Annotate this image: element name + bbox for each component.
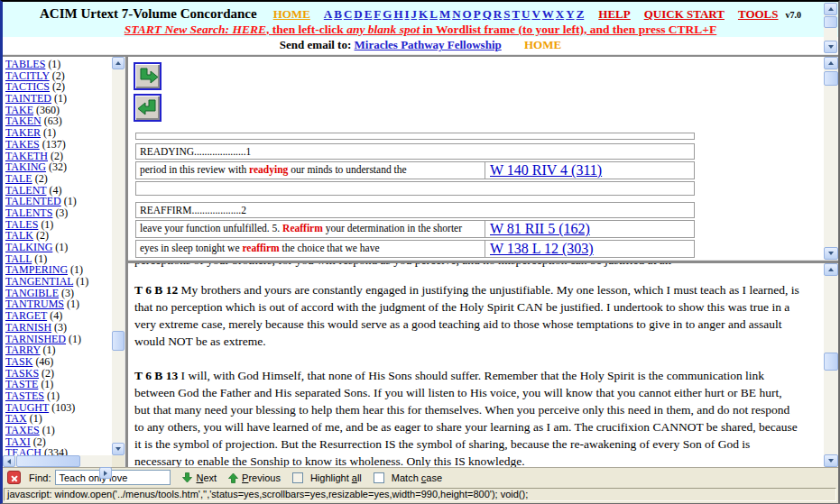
page-title: ACIM Urtext 7-Volume Concordance [40,6,257,21]
passages: T 6 B 12 My brothers and yours are const… [134,281,800,467]
letter-link-O[interactable]: O [463,7,472,21]
concordance-scrollbar[interactable] [824,57,838,260]
scrollbar-up-arrow[interactable] [112,57,125,69]
letter-link-I[interactable]: I [405,7,410,21]
match-case-label: Match case [392,472,442,483]
empty-row [135,181,695,196]
letter-link-P[interactable]: P [474,7,481,21]
match-case-toggle[interactable]: Match case [374,472,442,483]
highlight-all-checkbox[interactable] [292,472,303,483]
find-previous-button[interactable]: Previous [228,472,281,483]
letter-link-E[interactable]: E [365,7,373,21]
letter-link-K[interactable]: K [419,7,428,21]
letter-link-S[interactable]: S [503,7,510,21]
scrollbar-down-arrow[interactable] [824,247,838,260]
scrollbar-thumb[interactable] [824,71,838,86]
scrollbar-up-arrow[interactable] [824,263,838,276]
scrollbar-thumb[interactable] [16,455,80,467]
word-count: (1) [64,298,79,310]
next-list-button[interactable] [134,62,162,90]
start-new-search-link[interactable]: START New Search: HERE, then left-click … [3,23,838,37]
instruction-text: , then left-click [266,23,346,36]
word-count: (3) [52,206,68,219]
down-arrow-icon [115,447,121,451]
letter-link-Y[interactable]: Y [566,7,574,21]
instruction-text: START New Search: HERE [125,23,266,36]
letter-link-D[interactable]: D [354,7,362,21]
scrollbar-down-arrow[interactable] [112,443,125,455]
letter-link-A[interactable]: A [324,7,332,21]
email-home-link[interactable]: HOME [524,38,561,51]
header-scrollbar[interactable] [824,3,837,53]
highlight-all-toggle[interactable]: Highlight all [292,472,362,483]
find-input[interactable] [55,470,171,485]
entry-context: leave your function unfulfilled. 5. Reaf… [136,221,485,237]
wordlist-horizontal-scrollbar[interactable] [3,455,112,467]
letter-link-U[interactable]: U [522,7,530,21]
scrollbar-track[interactable] [15,455,99,467]
entry-keyword: Reaffirm [282,223,323,234]
status-bar: javascript: window.open('../menus/tools.… [3,487,838,503]
return-list-button[interactable] [134,94,162,122]
scrollbar-track[interactable] [824,276,838,454]
scrollbar-thumb[interactable] [112,331,125,351]
letter-link-F[interactable]: F [374,7,381,21]
browser-window: ACIM Urtext 7-Volume ConcordanceHOMEABCD… [0,0,840,504]
letter-link-B[interactable]: B [334,7,342,21]
scrollbar-down-arrow[interactable] [824,454,838,467]
wordlist-vertical-scrollbar[interactable] [112,57,125,455]
word-count: (32) [46,160,67,173]
letter-link-J[interactable]: J [411,7,418,21]
letter-link-G[interactable]: G [383,7,392,21]
letter-link-N[interactable]: N [452,7,460,21]
find-next-label: Next [196,472,217,483]
scrollbar-track[interactable] [824,15,837,41]
scrollbar-up-arrow[interactable] [824,3,837,15]
up-arrow-icon [828,61,834,65]
scrollbar-down-arrow[interactable] [824,41,837,53]
email-link[interactable]: Miracles Pathway Fellowship [355,38,502,51]
letter-link-Z[interactable]: Z [577,7,585,21]
scrollbar-track[interactable] [112,69,125,443]
reader-scrollbar[interactable] [824,263,838,467]
scrollbar-thumb[interactable] [824,353,838,371]
tools-link[interactable]: TOOLS [738,7,779,21]
scrollbar-thumb[interactable] [824,16,837,28]
bent-arrow-left-icon [136,96,160,120]
up-arrow-icon [115,61,121,65]
down-arrow-icon [828,459,834,463]
instruction-text: any blank spot [346,23,420,36]
scrollbar-track[interactable] [824,69,838,247]
match-case-checkbox[interactable] [374,472,384,483]
scrollbar-right-arrow[interactable] [99,467,112,479]
entry-ref-link[interactable]: W 138 L 12 (303) [490,241,594,257]
letter-link-M[interactable]: M [439,7,450,21]
letter-link-W[interactable]: W [542,7,554,21]
wordlist-link[interactable]: TEACH [5,446,42,455]
reader-paragraph: T 6 B 12 My brothers and yours are const… [134,281,800,350]
letter-link-V[interactable]: V [531,7,540,21]
quick-start-link[interactable]: QUICK START [644,7,725,21]
find-next-button[interactable]: Next [182,472,217,483]
letter-link-Q[interactable]: Q [483,7,492,21]
passage-ref: T 6 B 12 [134,283,178,297]
letter-link-R[interactable]: R [494,7,502,21]
home-link[interactable]: HOME [273,7,310,21]
header-banner: ACIM Urtext 7-Volume ConcordanceHOMEABCD… [3,2,838,37]
entry-ref-link[interactable]: W 140 RIV 4 (311) [490,162,602,179]
instruction-text: in Wordlist frame (to your left), and th… [420,23,716,36]
wordlist-frame: TABLES (1)TACITLY (2)TACTICS (2)TAINTED … [3,57,125,467]
close-find-bar-button[interactable] [7,471,21,484]
passage-text: I will, with God Himself, that none of H… [134,369,798,467]
wordlist-item: TEACH (334) [5,447,112,455]
letter-link-C[interactable]: C [344,7,352,21]
entry-ref-link[interactable]: W 81 RII 5 (162) [490,221,590,237]
letter-link-X[interactable]: X [556,7,564,21]
letter-link-T[interactable]: T [512,7,520,21]
scrollbar-left-arrow[interactable] [3,455,15,467]
concordance-heading: REAFFIRM...................2 [135,202,695,218]
help-link[interactable]: HELP [598,7,630,21]
letter-link-L[interactable]: L [429,7,438,21]
scrollbar-up-arrow[interactable] [824,57,838,69]
letter-link-H[interactable]: H [393,7,402,21]
